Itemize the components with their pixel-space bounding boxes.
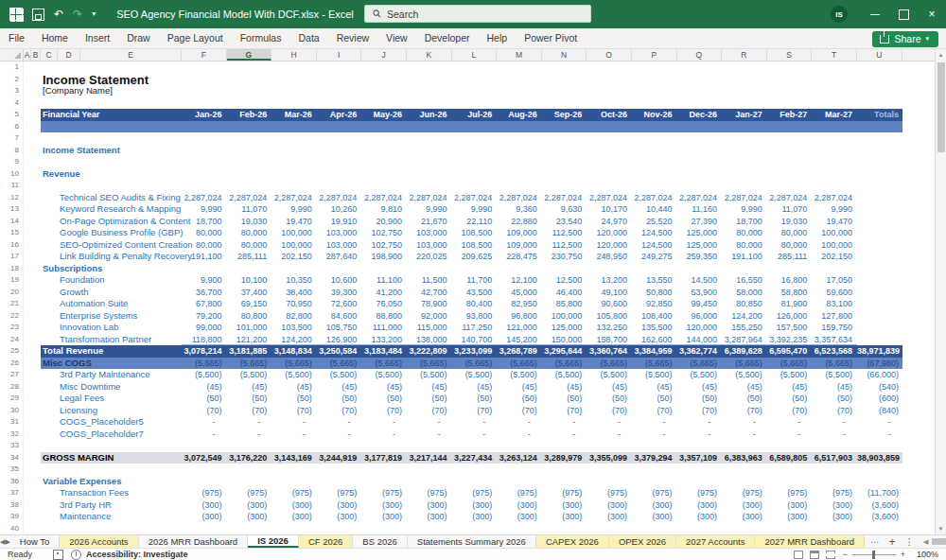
cell[interactable]: (300) (587, 511, 632, 523)
cell[interactable]: (975) (407, 487, 452, 499)
cell[interactable]: 103,000 (317, 239, 362, 252)
cell[interactable]: 50,800 (632, 287, 677, 299)
row-number-29[interactable]: 29 (0, 393, 24, 405)
month-header-cell[interactable]: Jan-26 (182, 109, 227, 121)
cell[interactable]: (50) (767, 393, 813, 405)
row-label[interactable]: Growth (41, 287, 182, 299)
cell[interactable]: (70) (632, 405, 677, 417)
cell[interactable]: 42,700 (407, 287, 452, 299)
ribbon-tab-file[interactable]: File (0, 28, 33, 48)
row-label[interactable]: On-Page Optimization & Content (41, 216, 182, 228)
cell[interactable]: (5,500) (497, 369, 542, 381)
cell[interactable]: 11,100 (361, 274, 407, 287)
cell[interactable]: 3,263,124 (497, 452, 542, 464)
cell[interactable]: (45) (407, 381, 452, 394)
totals-cell[interactable] (857, 274, 902, 287)
cell[interactable]: (50) (361, 393, 407, 405)
cell[interactable]: (300) (812, 511, 857, 523)
cell[interactable]: 145,200 (497, 334, 542, 346)
cell[interactable]: (50) (227, 393, 272, 405)
cell[interactable]: 103,000 (317, 227, 362, 239)
ribbon-tab-developer[interactable]: Developer (416, 28, 479, 48)
cell[interactable]: 10,600 (317, 274, 362, 287)
cell[interactable]: 27,390 (677, 216, 723, 228)
cell[interactable]: - (272, 429, 317, 441)
row-number-24[interactable]: 24 (0, 334, 24, 346)
cell[interactable]: 3,355,099 (587, 452, 632, 464)
cell[interactable]: - (767, 429, 813, 441)
ribbon-tab-help[interactable]: Help (479, 28, 517, 48)
cell[interactable]: (300) (227, 499, 272, 512)
cell[interactable]: 2,287,024 (182, 192, 227, 204)
more-sheets-button[interactable]: ⋯ (870, 536, 880, 547)
cell[interactable]: 3,233,099 (452, 345, 498, 358)
cell[interactable]: (975) (497, 487, 542, 499)
cell[interactable]: 9,360 (497, 203, 542, 216)
cell[interactable]: (975) (452, 487, 498, 499)
sheet-tab-2027-accounts[interactable]: 2027 Accounts (676, 535, 755, 548)
row-number-12[interactable]: 12 (0, 192, 24, 204)
cell[interactable]: (300) (497, 511, 542, 523)
sheet-tab-cf-2026[interactable]: CF 2026 (299, 535, 353, 548)
totals-cell[interactable]: (3,600) (857, 499, 902, 512)
cell[interactable]: 198,900 (361, 251, 407, 263)
cell[interactable]: (300) (182, 511, 227, 523)
cell[interactable]: 111,000 (361, 322, 407, 334)
cell[interactable]: 6,595,470 (767, 345, 813, 358)
cell[interactable]: 6,589,805 (767, 452, 813, 464)
cell[interactable]: 6,389,628 (722, 345, 767, 358)
cell[interactable]: 43,500 (452, 287, 498, 299)
cell[interactable]: 125,000 (677, 227, 723, 239)
cell[interactable]: 100,000 (812, 227, 857, 239)
cell[interactable]: 120,000 (677, 322, 723, 334)
row-label[interactable]: Link Building & Penalty Recovery (41, 251, 182, 263)
cell[interactable]: (70) (452, 405, 498, 417)
cell[interactable]: 53,900 (677, 287, 723, 299)
ribbon-tab-page-layout[interactable]: Page Layout (159, 28, 232, 48)
cell[interactable]: (5,500) (361, 369, 407, 381)
totals-cell[interactable]: (66,000) (857, 369, 902, 381)
ribbon-tab-review[interactable]: Review (328, 28, 377, 48)
cell[interactable]: 6,383,963 (722, 452, 767, 464)
cell[interactable]: 80,000 (722, 239, 767, 252)
cell[interactable]: 100,000 (272, 239, 317, 252)
column-header-M[interactable]: M (497, 49, 542, 61)
cell[interactable]: 16,550 (722, 274, 767, 287)
cell[interactable]: 103,500 (272, 322, 317, 334)
sheet-tab-bs-2026[interactable]: BS 2026 (353, 535, 407, 548)
cell[interactable]: (5,665) (361, 358, 407, 370)
cell[interactable]: 11,160 (677, 203, 723, 216)
month-header-cell[interactable]: Aug-26 (497, 109, 542, 121)
cell[interactable]: (5,665) (632, 358, 677, 370)
normal-view-icon[interactable] (794, 551, 803, 559)
cell[interactable]: (5,500) (272, 369, 317, 381)
horizontal-scrollbar[interactable]: ◀ ▶ (923, 535, 946, 548)
cell[interactable]: 11,700 (452, 274, 498, 287)
row-number-5[interactable]: 5 (0, 109, 24, 121)
row-number-15[interactable]: 15 (0, 227, 24, 239)
row-number-11[interactable]: 11 (0, 180, 24, 192)
vertical-scroll-thumb[interactable] (937, 62, 945, 152)
totals-cell[interactable]: 38,971,839 (857, 345, 902, 358)
row-number-36[interactable]: 36 (0, 476, 24, 488)
cell[interactable]: 159,750 (812, 322, 857, 334)
row-number-1[interactable]: 1 (0, 61, 24, 74)
cell[interactable]: 80,850 (722, 298, 767, 310)
row-number-9[interactable]: 9 (0, 156, 24, 168)
totals-cell[interactable] (857, 251, 902, 263)
month-header-cell[interactable]: Mar-26 (272, 109, 317, 121)
row-number-21[interactable]: 21 (0, 298, 24, 310)
cell[interactable]: 105,750 (317, 322, 362, 334)
cell[interactable]: (45) (812, 381, 857, 394)
cell[interactable]: (300) (272, 499, 317, 512)
cell[interactable]: 126,000 (767, 310, 813, 323)
cell[interactable]: 92,850 (632, 298, 677, 310)
cell[interactable]: 78,900 (407, 298, 452, 310)
cell[interactable]: - (182, 429, 227, 441)
cell[interactable]: 103,000 (407, 227, 452, 239)
cell[interactable]: 3,227,434 (452, 452, 498, 464)
cell[interactable]: - (452, 416, 498, 429)
totals-cell[interactable]: (840) (857, 405, 902, 417)
close-button[interactable]: × (918, 0, 946, 28)
sheet-tab-opex-2026[interactable]: OPEX 2026 (609, 535, 676, 548)
